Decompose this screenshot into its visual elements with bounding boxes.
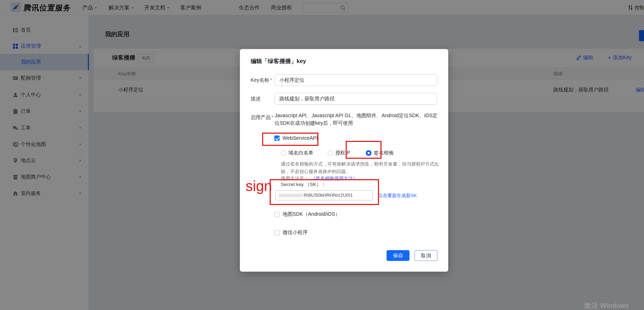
wechat-mini-checkbox-row[interactable]: 微信小程序 [274, 229, 308, 236]
radio-unselected-icon[interactable] [328, 151, 333, 156]
radio-sign-label[interactable]: 签名校验 [374, 150, 394, 156]
webservice-api-checkbox-row[interactable]: WebServiceAPI [274, 135, 318, 141]
desc-input[interactable] [275, 93, 437, 105]
required-asterisk: * [271, 114, 273, 120]
screen: 腾讯位置服务 产品▼ 解决方案▼ 开发文档▼ 客户案例 生态合作 商业授权 控制… [0, 0, 644, 310]
map-sdk-label: 地图SDK（Android/iOS） [283, 211, 340, 218]
webservice-api-label: WebServiceAPI [283, 135, 318, 141]
radio-unselected-icon[interactable] [281, 151, 286, 156]
enabled-products-text: Javascript API、Javascript API GL、地图组件、An… [275, 112, 438, 127]
regenerate-sk-link[interactable]: 点击重新生成新SK [378, 192, 417, 199]
secret-key-masked-part: ●●●●●●●● [279, 192, 304, 198]
edit-key-modal: 编辑「绿客播播」key Key名称* 描述 启用产品* Javascript A… [240, 49, 448, 272]
cancel-button[interactable]: 取消 [415, 250, 437, 261]
auth-mode-radio-group: 域名白名单 授权IP 签名校验 [281, 150, 394, 156]
key-name-input[interactable] [275, 74, 437, 86]
radio-ip-label[interactable]: 授权IP [335, 150, 350, 156]
checkbox-checked-icon[interactable] [274, 135, 280, 141]
secret-key-visible-part: Rt8US0bHRHNrz2U0I1 [304, 192, 353, 198]
signature-help-text: 通过签名校验的方式，可有效解决请求伪造，稍有开发量，但与授权IP方式比较，不必担… [281, 160, 443, 175]
secret-key-input[interactable]: ●●●●●●●●Rt8US0bHRHNrz2U0I1 [275, 190, 373, 200]
radio-selected-icon[interactable] [366, 150, 371, 156]
desc-label: 描述 [251, 96, 261, 102]
checkbox-unchecked-icon[interactable] [274, 230, 280, 235]
map-sdk-checkbox-row[interactable]: 地图SDK（Android/iOS） [274, 211, 340, 218]
wechat-mini-label: 微信小程序 [283, 229, 308, 236]
enabled-products-label: 启用产品* [251, 114, 273, 121]
key-name-label: Key名称* [251, 77, 272, 84]
windows-activation-watermark: 激活 Windows [584, 301, 629, 310]
save-button[interactable]: 保存 [387, 250, 409, 261]
radio-domain-label[interactable]: 域名白名单 [288, 150, 313, 156]
secret-key-label: Secret key （SK）： [281, 181, 326, 188]
signature-usage-link[interactable]: 《签名校验使用方法》 [311, 176, 357, 181]
modal-title: 编辑「绿客播播」key [251, 58, 306, 65]
required-asterisk: * [270, 77, 272, 83]
usage-line: 使用方法见：《签名校验使用方法》 [281, 175, 357, 182]
annotation-sign-text: sign [246, 178, 272, 194]
checkbox-unchecked-icon[interactable] [274, 212, 280, 217]
